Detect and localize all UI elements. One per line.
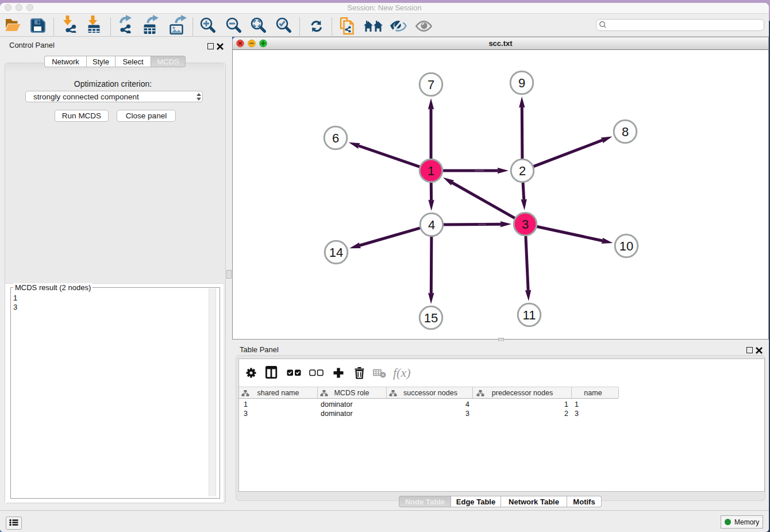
svg-text:9: 9 [518, 76, 525, 90]
svg-text:3: 3 [522, 217, 529, 232]
svg-text:15: 15 [424, 311, 438, 325]
svg-text:10: 10 [619, 239, 633, 253]
svg-text:6: 6 [332, 131, 339, 145]
svg-text:2: 2 [519, 164, 526, 178]
svg-text:7: 7 [428, 78, 434, 92]
svg-text:4: 4 [428, 218, 435, 232]
svg-text:8: 8 [622, 125, 629, 139]
svg-text:14: 14 [329, 245, 343, 260]
svg-text:1: 1 [428, 164, 434, 178]
svg-text:11: 11 [523, 308, 536, 322]
